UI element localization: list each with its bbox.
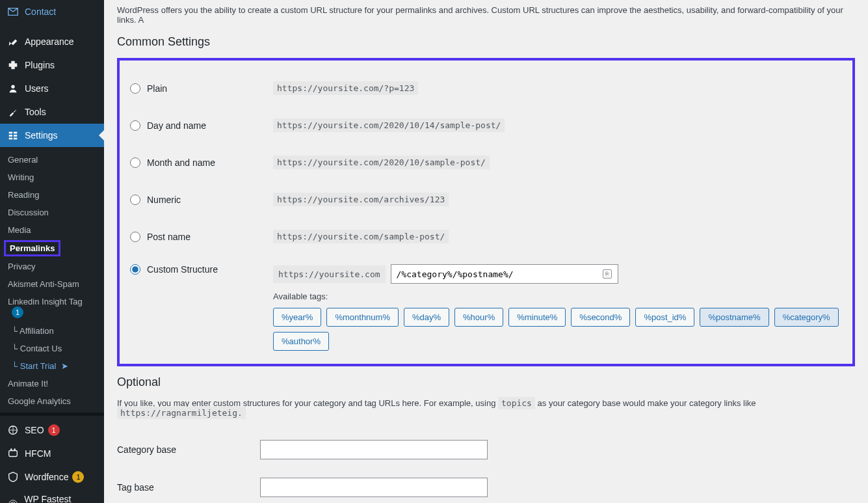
wordfence-icon <box>7 470 20 483</box>
tag-base-input[interactable] <box>260 478 488 497</box>
category-base-label: Category base <box>117 444 260 455</box>
sidebar-item-plugins[interactable]: Plugins <box>0 53 104 77</box>
submenu-privacy[interactable]: Privacy <box>0 258 104 275</box>
tag-postname[interactable]: %postname% <box>700 308 769 327</box>
sidebar-label: HFCM <box>25 448 51 459</box>
sidebar-label: SEO <box>25 425 44 435</box>
svg-point-10 <box>14 448 16 450</box>
plain-label[interactable]: Plain <box>130 83 273 94</box>
sidebar-item-wordfence[interactable]: Wordfence 1 <box>0 465 104 489</box>
postname-label[interactable]: Post name <box>130 232 273 242</box>
tags-container: %year% %monthnum% %day% %hour% %minute% … <box>273 308 842 351</box>
numeric-label[interactable]: Numeric <box>130 195 273 205</box>
plain-radio[interactable] <box>130 83 140 94</box>
submenu-linkedin[interactable]: Linkedin Insight Tag 1 <box>0 293 104 322</box>
tag-second[interactable]: %second% <box>571 308 630 327</box>
sidebar-label: Tools <box>25 107 46 117</box>
dayname-label[interactable]: Day and name <box>130 120 273 131</box>
tag-monthnum[interactable]: %monthnum% <box>326 308 399 327</box>
dayname-example: https://yoursite.com/2020/10/14/sample-p… <box>273 118 505 132</box>
submenu-writing[interactable]: Writing <box>0 169 104 186</box>
submenu-google-analytics[interactable]: Google Analytics <box>0 392 104 410</box>
optional-text: If you like, you may enter custom struct… <box>117 398 855 418</box>
optional-heading: Optional <box>117 375 855 389</box>
submenu-reading[interactable]: Reading <box>0 186 104 204</box>
postname-radio[interactable] <box>130 232 140 242</box>
custom-structure-input[interactable] <box>391 264 618 284</box>
submenu-contactus[interactable]: └ Contact Us <box>0 340 104 357</box>
category-base-input[interactable] <box>260 440 488 459</box>
tag-postid[interactable]: %post_id% <box>635 308 694 327</box>
tag-base-row: Tag base <box>117 469 855 503</box>
common-settings-heading: Common Settings <box>117 35 855 49</box>
optional-code-url: https://ragnarmiljeteig. <box>117 407 246 419</box>
sidebar-item-tools[interactable]: Tools <box>0 100 104 124</box>
sidebar-label: Settings <box>25 130 58 141</box>
sidebar-item-contact[interactable]: Contact <box>0 0 104 23</box>
users-icon <box>7 82 20 95</box>
tag-category[interactable]: %category% <box>774 308 839 327</box>
monthname-label[interactable]: Month and name <box>130 157 273 168</box>
arrow-icon: ➤ <box>61 361 68 371</box>
sidebar-item-wpfc[interactable]: WP Fastest Cache <box>0 489 104 503</box>
contact-icon <box>7 5 20 18</box>
admin-sidebar: Contact Appearance Plugins Users Tools S… <box>0 0 104 503</box>
sidebar-item-appearance[interactable]: Appearance <box>0 30 104 53</box>
submenu-permalinks[interactable]: Permalinks <box>4 240 60 256</box>
permalink-options-box: Plain https://yoursite.com/?p=123 Day an… <box>117 58 855 366</box>
seo-icon <box>7 424 20 437</box>
numeric-radio[interactable] <box>130 195 140 205</box>
tag-hour[interactable]: %hour% <box>454 308 503 327</box>
available-tags-label: Available tags: <box>273 292 842 301</box>
option-postname: Post name https://yoursite.com/sample-po… <box>130 218 842 255</box>
svg-point-9 <box>10 448 12 450</box>
sidebar-label: Appearance <box>25 36 74 47</box>
submenu-start-trial[interactable]: └ Start Trial ➤ <box>0 357 104 375</box>
tag-day[interactable]: %day% <box>404 308 449 327</box>
submenu-affiliation[interactable]: └ Affiliation <box>0 322 104 340</box>
custom-input-group: https://yoursite.com ⎘ <box>273 264 842 284</box>
category-base-row: Category base <box>117 431 855 469</box>
tag-base-label: Tag base <box>117 482 260 493</box>
option-monthname: Month and name https://yoursite.com/2020… <box>130 144 842 181</box>
svg-point-11 <box>8 500 17 503</box>
submenu-discussion[interactable]: Discussion <box>0 204 104 221</box>
numeric-example: https://yoursite.com/archives/123 <box>273 193 449 206</box>
submenu-akismet[interactable]: Akismet Anti-Spam <box>0 275 104 293</box>
monthname-example: https://yoursite.com/2020/10/sample-post… <box>273 156 490 169</box>
intro-text: WordPress offers you the ability to crea… <box>117 5 855 25</box>
main-content: WordPress offers you the ability to crea… <box>104 0 868 503</box>
plain-example: https://yoursite.com/?p=123 <box>273 81 418 95</box>
dayname-radio[interactable] <box>130 120 140 131</box>
wpfc-icon <box>7 498 19 503</box>
sidebar-label: WP Fastest Cache <box>24 494 98 503</box>
tag-year[interactable]: %year% <box>273 308 321 327</box>
wordfence-badge: 1 <box>72 471 84 483</box>
svg-point-0 <box>11 85 14 88</box>
sidebar-item-hfcm[interactable]: HFCM <box>0 442 104 465</box>
option-plain: Plain https://yoursite.com/?p=123 <box>130 70 842 107</box>
hfcm-icon <box>7 447 20 460</box>
monthname-radio[interactable] <box>130 157 140 168</box>
custom-radio[interactable] <box>130 264 140 275</box>
linkedin-badge: 1 <box>12 306 23 318</box>
tag-author[interactable]: %author% <box>273 332 329 351</box>
submenu-general[interactable]: General <box>0 151 104 169</box>
custom-prefix: https://yoursite.com <box>273 265 386 283</box>
sidebar-item-users[interactable]: Users <box>0 77 104 100</box>
option-dayname: Day and name https://yoursite.com/2020/1… <box>130 107 842 144</box>
submenu-media[interactable]: Media <box>0 221 104 239</box>
tag-minute[interactable]: %minute% <box>508 308 566 327</box>
svg-rect-3 <box>9 135 12 137</box>
custom-label[interactable]: Custom Structure <box>130 264 273 275</box>
sidebar-separator <box>0 413 104 416</box>
svg-rect-8 <box>9 451 18 457</box>
sidebar-item-settings[interactable]: Settings <box>0 124 104 147</box>
svg-rect-5 <box>9 138 12 140</box>
plugins-icon <box>7 59 20 72</box>
submenu-animate[interactable]: Animate It! <box>0 375 104 392</box>
input-autofill-icon: ⎘ <box>603 269 612 279</box>
sidebar-item-seo[interactable]: SEO 1 <box>0 418 104 442</box>
option-custom: Custom Structure https://yoursite.com ⎘ … <box>130 255 842 351</box>
postname-example: https://yoursite.com/sample-post/ <box>273 230 449 243</box>
